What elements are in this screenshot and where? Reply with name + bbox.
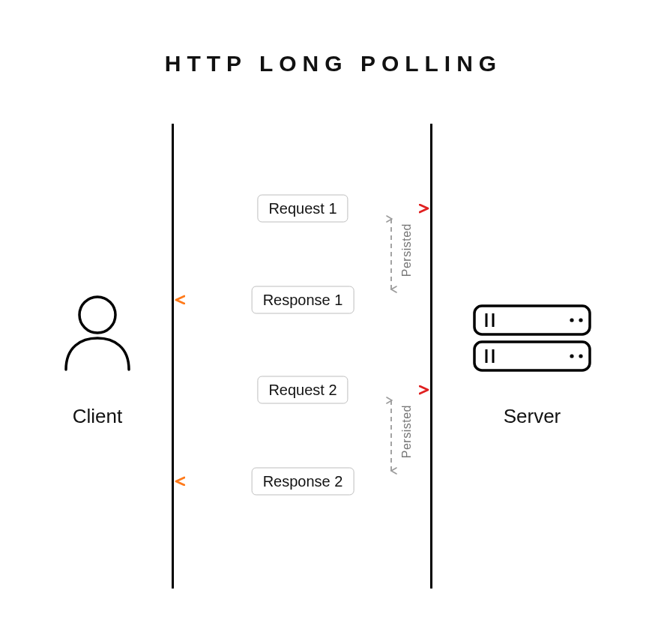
- persisted-label-1: Persisted: [400, 223, 414, 277]
- svg-point-5: [579, 318, 582, 322]
- server-icon: [468, 300, 596, 382]
- user-icon: [52, 289, 142, 379]
- persisted-label-2: Persisted: [400, 405, 414, 458]
- label-response-2: Response 2: [252, 468, 354, 496]
- label-response-1: Response 1: [252, 286, 354, 314]
- svg-point-4: [570, 318, 573, 322]
- svg-point-0: [79, 297, 115, 333]
- server-label: Server: [495, 405, 570, 428]
- label-request-2: Request 2: [257, 376, 348, 404]
- svg-point-9: [570, 354, 573, 358]
- client-label: Client: [60, 405, 135, 428]
- label-request-1: Request 1: [257, 195, 348, 223]
- svg-point-10: [579, 354, 582, 358]
